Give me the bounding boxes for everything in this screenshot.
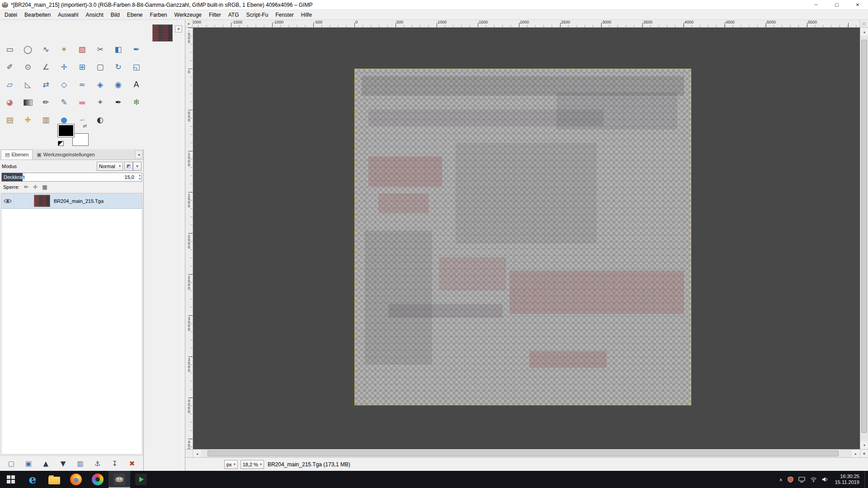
taskbar-file-explorer[interactable] — [43, 471, 65, 488]
v-ruler[interactable]: -500050010001500200025003000350040004500 — [185, 28, 193, 449]
anchor-layer-button[interactable]: ⚓ — [90, 458, 105, 469]
new-layer-button[interactable]: ▢ — [4, 458, 19, 469]
tool-cage-transform[interactable]: ◇ — [57, 78, 71, 92]
start-button[interactable] — [0, 471, 22, 488]
tool-rotate[interactable]: ↻ — [111, 60, 125, 74]
menu-ansicht[interactable]: Ansicht — [82, 10, 107, 19]
default-colors-icon[interactable] — [58, 141, 64, 146]
tab-menu-button[interactable]: ◂ — [135, 150, 142, 159]
tool-rectangle-select[interactable]: ▭ — [3, 42, 17, 56]
h-scroll-thumb[interactable] — [208, 450, 839, 456]
foreground-color-swatch[interactable] — [58, 124, 74, 137]
v-scrollbar[interactable]: ▴ ▾ — [860, 28, 868, 449]
scroll-right-button[interactable]: ▸ — [852, 450, 860, 458]
menu-bild[interactable]: Bild — [107, 10, 123, 19]
tool-fuzzy-select[interactable]: ✶ — [57, 42, 71, 56]
canvas-image[interactable] — [354, 69, 691, 405]
zoom-fit-button[interactable]: ▢ — [860, 20, 868, 28]
layer-name[interactable]: BR204_main_215.Tga — [54, 198, 104, 204]
tool-warp-transform[interactable]: ≈ — [75, 78, 89, 92]
clock[interactable]: 16:30:25 15.11.2019 — [833, 474, 859, 485]
tool-heal[interactable]: ✚ — [21, 113, 35, 127]
opacity-slider[interactable]: Deckkraft Deckkraft 15,0 ▴ ▾ — [1, 173, 142, 182]
tool-ink[interactable]: ✒ — [111, 95, 125, 109]
titlebar[interactable]: *[BR204_main_215] (importiert)-3.0 (RGB-… — [0, 0, 868, 10]
menu-farben[interactable]: Farben — [146, 10, 171, 19]
tab-werkzeugeinstellungen[interactable]: ▣Werkzeugeinstellungen — [33, 150, 99, 160]
layer-row[interactable]: BR204_main_215.Tga — [1, 193, 142, 209]
menu-atg[interactable]: ATG — [225, 10, 243, 19]
tool-clone[interactable]: ▤ — [3, 113, 17, 127]
tool-unified-transform[interactable]: ◈ — [93, 78, 107, 92]
color-selector[interactable]: ⇄ — [58, 124, 89, 146]
scroll-left-button[interactable]: ◂ — [193, 450, 201, 458]
taskbar-gimp[interactable] — [108, 471, 130, 488]
network-icon[interactable] — [798, 477, 805, 483]
tool-mypaint-brush[interactable]: ✻ — [129, 95, 143, 109]
menu-hilfe[interactable]: Hilfe — [297, 10, 316, 19]
taskbar-media-app[interactable] — [130, 471, 152, 488]
close-button[interactable]: ✕ — [847, 0, 868, 9]
raise-layer-button[interactable]: ▲ — [38, 458, 53, 469]
blend-space-button[interactable]: ◩ — [124, 162, 133, 171]
maximize-button[interactable]: ▢ — [826, 0, 847, 9]
tool-airbrush[interactable]: ✦ — [93, 95, 107, 109]
tool-flip[interactable]: ⇄ — [39, 78, 53, 92]
tool-free-select[interactable]: ∿ — [39, 42, 53, 56]
minimize-button[interactable]: ─ — [806, 0, 826, 9]
opacity-spinner[interactable]: ▴ ▾ — [139, 174, 141, 180]
volume-icon[interactable] — [822, 477, 828, 482]
tray-chevron-icon[interactable]: ∧ — [779, 477, 782, 482]
v-scroll-track[interactable] — [860, 36, 868, 441]
tool-zoom[interactable]: ⊙ — [21, 60, 35, 74]
tool-paths[interactable]: ✒ — [129, 42, 143, 56]
ruler-origin-button[interactable]: ▸ — [185, 20, 193, 28]
menu-fenster[interactable]: Fenster — [272, 10, 297, 19]
tool-perspective-clone[interactable]: ▥ — [39, 113, 53, 127]
show-desktop-button[interactable] — [864, 471, 867, 488]
tool-move[interactable]: ✛ — [57, 60, 71, 74]
new-layer-group-button[interactable]: ▣ — [21, 458, 36, 469]
h-scrollbar[interactable]: ◂ ▸ ✛ — [185, 449, 868, 457]
tool-scale[interactable]: ◱ — [129, 60, 143, 74]
menu-auswahl[interactable]: Auswahl — [54, 10, 82, 19]
chain-cell[interactable] — [14, 193, 26, 208]
menu-bearbeiten[interactable]: Bearbeiten — [21, 10, 54, 19]
tool-shear[interactable]: ▱ — [3, 78, 17, 92]
mode-menu-button[interactable]: ▾ — [133, 162, 142, 171]
mode-select[interactable]: Normal ▾ — [97, 162, 123, 171]
tool-paintbrush[interactable]: ✎ — [57, 95, 71, 109]
tool-crop[interactable]: ▢ — [93, 60, 107, 74]
tool-color-picker[interactable]: ✐ — [3, 60, 17, 74]
tool-scissors-select[interactable]: ✂ — [93, 42, 107, 56]
scroll-up-button[interactable]: ▴ — [860, 28, 868, 36]
taskbar-edge[interactable] — [22, 471, 43, 488]
wifi-icon[interactable] — [810, 477, 817, 482]
image-thumbnail[interactable] — [152, 24, 173, 42]
menu-datei[interactable]: Datei — [1, 10, 21, 19]
visibility-toggle[interactable] — [1, 193, 14, 208]
menu-script-fu[interactable]: Script-Fu — [242, 10, 272, 19]
tool-perspective[interactable]: ◺ — [21, 78, 35, 92]
scroll-down-button[interactable]: ▾ — [860, 441, 868, 449]
duplicate-layer-button[interactable]: ▥ — [73, 458, 88, 469]
tool-bucket-fill[interactable]: ◕ — [3, 95, 17, 109]
background-color-swatch[interactable] — [72, 133, 89, 146]
tool-foreground-select[interactable]: ◧ — [111, 42, 125, 56]
spin-down-icon[interactable]: ▾ — [139, 177, 141, 181]
taskbar-firefox[interactable] — [65, 471, 87, 488]
delete-layer-button[interactable]: ✖ — [124, 458, 140, 469]
taskbar-paint-app[interactable] — [87, 471, 108, 488]
lock-alpha-icon[interactable]: ▦ — [42, 184, 47, 190]
h-scroll-track[interactable] — [201, 450, 852, 457]
merge-down-button[interactable]: ↧ — [107, 458, 123, 469]
tool-ellipse-select[interactable]: ◯ — [21, 42, 35, 56]
tool-text[interactable]: A — [129, 78, 143, 92]
tool-pencil[interactable]: ✏ — [39, 95, 53, 109]
layer-list[interactable]: BR204_main_215.Tga — [1, 193, 142, 455]
dock-close-button[interactable]: ✕ — [175, 25, 182, 33]
tool-select-by-color[interactable]: ▧ — [75, 42, 89, 56]
lock-pixels-icon[interactable]: ✏ — [24, 184, 28, 190]
tool-gradient[interactable]: ▮ — [21, 95, 35, 109]
v-scroll-thumb[interactable] — [861, 40, 867, 433]
